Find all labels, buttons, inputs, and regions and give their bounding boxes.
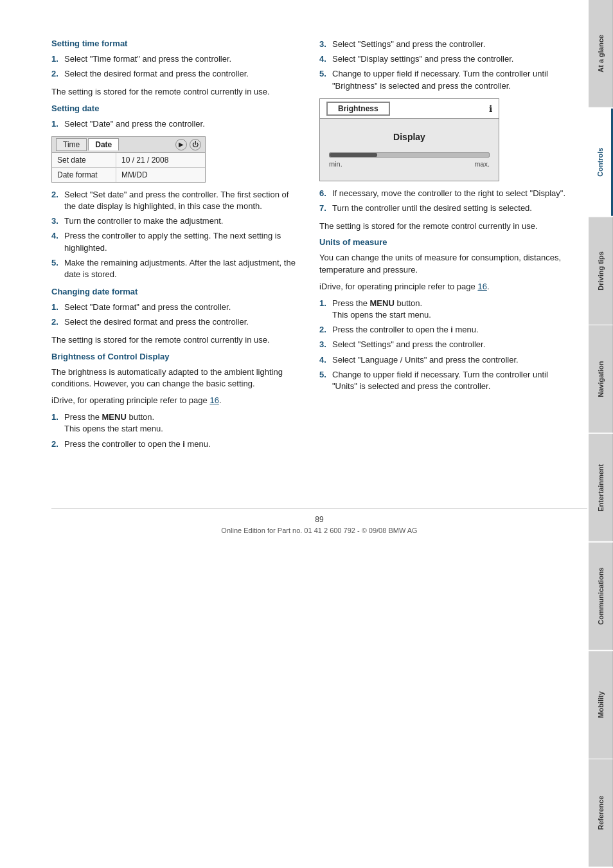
list-text: Press the controller to apply the settin…: [64, 230, 300, 253]
cell-label: Date format: [52, 168, 116, 182]
list-text: Press the MENU button.This opens the sta…: [332, 298, 431, 321]
units-idrive-link[interactable]: 16: [477, 282, 486, 291]
units-intro: You can change the units of measure for …: [319, 252, 568, 275]
play-icon[interactable]: ▶: [175, 139, 187, 150]
tab-reference[interactable]: Reference: [589, 759, 613, 867]
list-num: 7.: [319, 203, 328, 214]
date-list-2: 2. Select "Set date" and press the contr…: [51, 189, 300, 280]
changing-date-note: The setting is stored for the remote con…: [51, 334, 300, 346]
list-num: 2.: [51, 316, 60, 328]
list-num: 4.: [51, 230, 60, 253]
list-num: 2.: [51, 68, 60, 80]
list-num: 2.: [51, 439, 60, 450]
list-text: Press the MENU button.This opens the sta…: [64, 411, 163, 435]
list-num: 1.: [51, 118, 60, 130]
tab-date[interactable]: Date: [88, 138, 119, 150]
list-num: 3.: [319, 339, 328, 350]
power-icon[interactable]: ⏻: [190, 139, 201, 150]
list-text: Select "Time format" and press the contr…: [64, 53, 231, 65]
table-header: Time Date ▶ ⏻: [52, 137, 205, 153]
list-text: Select "Date" and press the controller.: [64, 118, 205, 130]
left-column: Setting time format 1. Select "Time form…: [51, 39, 300, 457]
brightness-info-icon: ℹ: [489, 104, 492, 114]
list-item: 3. Turn the controller to make the adjus…: [51, 215, 300, 227]
page-number: 89: [51, 515, 587, 524]
section-brightness-control-display: Brightness of Control Display The bright…: [51, 352, 300, 450]
list-item: 1. Press the MENU button.This opens the …: [51, 411, 300, 435]
brightness-title-box: Brightness: [326, 102, 390, 116]
brightness-steps-bottom: 6. If necessary, move the controller to …: [319, 188, 568, 214]
list-text: Turn the controller to make the adjustme…: [64, 215, 223, 227]
list-item: 4. Select "Display settings" and press t…: [319, 53, 568, 65]
slider-labels: min. max.: [329, 160, 490, 168]
list-text: Change to upper field if necessary. Turn…: [332, 369, 568, 392]
list-item: 2. Select the desired format and press t…: [51, 68, 300, 80]
cell-value: MM/DD: [116, 168, 153, 182]
list-num: 1.: [51, 302, 60, 313]
list-num: 5.: [319, 369, 328, 392]
list-item: 6. If necessary, move the controller to …: [319, 188, 568, 199]
tab-entertainment[interactable]: Entertainment: [589, 434, 613, 541]
slider-track[interactable]: [329, 152, 490, 158]
copyright-text: Online Edition for Part no. 01 41 2 600 …: [51, 527, 587, 534]
list-text: Select "Date format" and press the contr…: [64, 302, 231, 313]
list-item: 1. Select "Date" and press the controlle…: [51, 118, 300, 130]
list-item: 3. Select "Settings" and press the contr…: [319, 39, 568, 50]
list-text: Select "Display settings" and press the …: [332, 53, 513, 65]
tab-at-a-glance[interactable]: At a glance: [589, 0, 613, 107]
date-list-1: 1. Select "Date" and press the controlle…: [51, 118, 300, 130]
page-footer: 89 Online Edition for Part no. 01 41 2 6…: [51, 508, 587, 547]
list-text: Press the controller to open the i menu.: [64, 439, 211, 450]
tab-time[interactable]: Time: [56, 138, 87, 151]
units-list: 1. Press the MENU button.This opens the …: [319, 298, 568, 392]
brightness-note: The setting is stored for the remote con…: [319, 221, 568, 232]
list-item: 2. Press the controller to open the i me…: [51, 439, 300, 450]
cell-value: 10 / 21 / 2008: [116, 153, 173, 167]
slider-min-label: min.: [329, 160, 342, 168]
tab-mobility[interactable]: Mobility: [589, 651, 613, 759]
section-brightness-steps: 3. Select "Settings" and press the contr…: [319, 39, 568, 232]
changing-date-list: 1. Select "Date format" and press the co…: [51, 302, 300, 328]
display-label: Display: [393, 132, 425, 142]
list-text: Select "Settings" and press the controll…: [332, 339, 485, 350]
time-format-note: The setting is stored for the remote con…: [51, 86, 300, 98]
brightness-body: Display min. max.: [320, 119, 499, 181]
list-num: 5.: [319, 68, 328, 91]
section-setting-date: Setting date 1. Select "Date" and press …: [51, 104, 300, 281]
list-num: 1.: [51, 53, 60, 65]
list-num: 3.: [319, 39, 328, 50]
tab-driving-tips[interactable]: Driving tips: [589, 217, 613, 325]
tab-navigation[interactable]: Navigation: [589, 325, 613, 433]
list-item: 1. Select "Date format" and press the co…: [51, 302, 300, 313]
list-text: Select "Set date" and press the controll…: [64, 189, 300, 212]
list-text: If necessary, move the controller to the…: [332, 188, 565, 199]
list-text: Select "Language / Units" and press the …: [332, 354, 519, 366]
list-item: 2. Select the desired format and press t…: [51, 316, 300, 328]
section-setting-time-format: Setting time format 1. Select "Time form…: [51, 39, 300, 98]
section-units-of-measure: Units of measure You can change the unit…: [319, 237, 568, 392]
idrive-link[interactable]: 16: [209, 395, 218, 405]
slider-max-label: max.: [474, 160, 490, 168]
list-text: Change to upper field if necessary. Turn…: [332, 68, 568, 91]
menu-keyword: MENU: [102, 412, 127, 422]
list-num: 5.: [51, 257, 60, 280]
i-keyword: i: [182, 439, 185, 449]
tab-controls[interactable]: Controls: [589, 109, 613, 216]
list-num: 3.: [51, 215, 60, 227]
table-row-set-date: Set date 10 / 21 / 2008: [52, 153, 205, 168]
units-idrive-ref: iDrive, for operating principle refer to…: [319, 281, 568, 293]
list-num: 1.: [319, 298, 328, 321]
section-changing-date-format: Changing date format 1. Select "Date for…: [51, 287, 300, 347]
list-text: Select "Settings" and press the controll…: [332, 39, 485, 50]
list-num: 4.: [319, 354, 328, 366]
slider-container: min. max.: [329, 152, 490, 168]
list-item: 5. Make the remaining adjustments. After…: [51, 257, 300, 280]
list-item: 7. Turn the controller until the desired…: [319, 203, 568, 214]
list-item: 1. Select "Time format" and press the co…: [51, 53, 300, 65]
brightness-header: Brightness ℹ: [320, 99, 499, 119]
list-text: Turn the controller until the desired se…: [332, 203, 532, 214]
slider-fill: [330, 153, 377, 157]
tab-communications[interactable]: Communications: [589, 543, 613, 650]
brightness-steps-top: 3. Select "Settings" and press the contr…: [319, 39, 568, 92]
list-num: 2.: [51, 189, 60, 212]
